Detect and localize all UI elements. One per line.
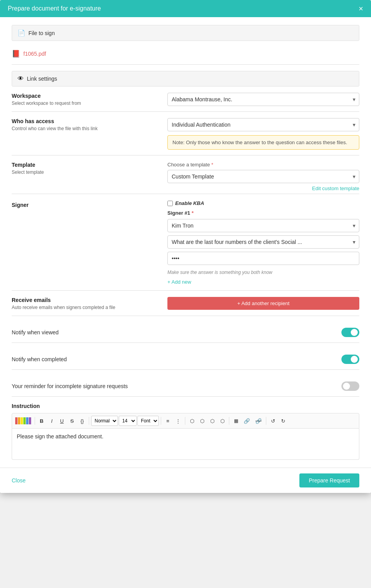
notify-completed-row: Notify when completed bbox=[12, 349, 359, 369]
redo-button[interactable]: ↻ bbox=[278, 417, 288, 426]
kba-checkbox[interactable] bbox=[167, 201, 173, 206]
file-section-label: File to sign bbox=[28, 30, 55, 36]
template-required-star: * bbox=[211, 162, 213, 168]
file-name: f1065.pdf bbox=[23, 51, 46, 57]
color-blue bbox=[26, 417, 28, 424]
toolbar-sep-6 bbox=[266, 417, 266, 425]
color-orange bbox=[18, 417, 20, 424]
signer-number-label: Signer #1 * bbox=[167, 210, 359, 216]
reminder-label: Your reminder for incomplete signature r… bbox=[12, 383, 128, 389]
signer-name-select[interactable]: Kim Tron bbox=[167, 219, 359, 232]
notify-viewed-row: Notify when viewed bbox=[12, 322, 359, 343]
link-settings-label: Link settings bbox=[27, 76, 57, 82]
template-select[interactable]: Custom Template bbox=[167, 170, 359, 183]
link-settings-header: 👁 Link settings bbox=[12, 71, 359, 87]
instruction-toolbar: B I U S {} Normal 14 Font ≡ ⋮ ⬡ bbox=[12, 413, 359, 429]
toolbar-sep-1 bbox=[35, 417, 35, 425]
toolbar-sep-3 bbox=[161, 417, 161, 425]
reminder-row: Your reminder for incomplete signature r… bbox=[12, 376, 359, 396]
ordered-list-button[interactable]: ⋮ bbox=[173, 417, 183, 426]
receive-emails-label: Receive emails bbox=[12, 297, 160, 303]
align-center-button[interactable]: ⬡ bbox=[197, 417, 207, 426]
bold-button[interactable]: B bbox=[37, 417, 46, 426]
color-red bbox=[15, 417, 18, 424]
signer-section: Signer Enable KBA Signer #1 * Kim Tron bbox=[12, 200, 359, 285]
workspace-label: Workspace bbox=[12, 93, 160, 99]
italic-button[interactable]: I bbox=[47, 417, 56, 426]
close-icon[interactable]: × bbox=[359, 5, 363, 12]
workspace-select[interactable]: Alabama Montrause, Inc. bbox=[167, 93, 359, 106]
kba-row: Enable KBA bbox=[167, 200, 359, 206]
who-has-access-select[interactable]: Individual Authentication bbox=[167, 118, 359, 131]
underline-button[interactable]: U bbox=[57, 417, 67, 426]
notify-completed-label: Notify when completed bbox=[12, 356, 67, 362]
color-picker[interactable] bbox=[15, 417, 31, 424]
signer-row: Signer Enable KBA Signer #1 * Kim Tron bbox=[12, 200, 359, 285]
instruction-section: Instruction B I U S {} bbox=[12, 403, 359, 460]
modal-header: Prepare document for e-signature × bbox=[0, 0, 371, 17]
edit-custom-template-link[interactable]: Edit custom template bbox=[167, 185, 359, 191]
link-button[interactable]: 🔗 bbox=[241, 417, 252, 426]
signer-answer-input[interactable] bbox=[167, 252, 359, 265]
toolbar-sep-4 bbox=[185, 417, 185, 425]
signer-required-star: * bbox=[192, 210, 193, 216]
template-row: Template Select template Choose a templa… bbox=[12, 162, 359, 191]
notify-completed-slider bbox=[341, 355, 359, 364]
file-section-header: 📄 File to sign bbox=[12, 25, 359, 41]
modal-title: Prepare document for e-signature bbox=[8, 5, 101, 12]
who-has-access-select-wrapper[interactable]: Individual Authentication bbox=[167, 118, 359, 131]
font-select[interactable]: Font bbox=[137, 416, 159, 426]
font-size-select[interactable]: 14 bbox=[119, 416, 137, 426]
file-item: 📕 f1065.pdf bbox=[12, 47, 359, 64]
prepare-request-button[interactable]: Prepare Request bbox=[299, 473, 359, 487]
color-purple bbox=[29, 417, 31, 424]
eye-icon: 👁 bbox=[18, 75, 24, 82]
notify-viewed-label: Notify when viewed bbox=[12, 329, 59, 335]
table-button[interactable]: ▦ bbox=[231, 417, 241, 425]
notify-completed-toggle[interactable] bbox=[341, 355, 359, 364]
signer-name-select-wrapper[interactable]: Kim Tron bbox=[167, 219, 359, 232]
add-recipient-button[interactable]: + Add another recipient bbox=[167, 297, 359, 310]
signer-hint: Make sure the answer is something you bo… bbox=[167, 270, 359, 275]
instruction-content: Please sign the attached document. bbox=[17, 433, 104, 440]
signer-question-select[interactable]: What are the last four numbers of the cl… bbox=[167, 235, 359, 249]
access-note: Note: Only those who know the answer to … bbox=[167, 135, 359, 150]
align-right-button[interactable]: ⬡ bbox=[207, 417, 217, 426]
receive-emails-row: Receive emails Auto receive emails when … bbox=[12, 297, 359, 310]
undo-button[interactable]: ↺ bbox=[268, 417, 278, 426]
unlink-button[interactable]: 🔗 bbox=[253, 417, 264, 426]
template-select-wrapper[interactable]: Custom Template bbox=[167, 170, 359, 183]
format-select[interactable]: Normal bbox=[91, 416, 118, 426]
template-label: Template bbox=[12, 162, 160, 168]
instruction-title: Instruction bbox=[12, 403, 359, 409]
instruction-editor[interactable]: Please sign the attached document. bbox=[12, 429, 359, 460]
reminder-slider bbox=[341, 381, 359, 391]
note-text: Note: Only those who know the answer to … bbox=[172, 139, 347, 145]
receive-emails-sub-label: Auto receive emails when signers complet… bbox=[12, 305, 160, 310]
unordered-list-button[interactable]: ≡ bbox=[163, 417, 172, 426]
notify-viewed-toggle[interactable] bbox=[341, 328, 359, 337]
code-button[interactable]: {} bbox=[77, 417, 87, 426]
who-has-access-label: Who has access bbox=[12, 118, 160, 124]
file-icon: 📄 bbox=[18, 29, 25, 37]
add-new-signer-link[interactable]: + Add new bbox=[167, 279, 191, 285]
template-sub-label: Select template bbox=[12, 170, 160, 175]
modal-footer: Close Prepare Request bbox=[0, 468, 371, 493]
notify-viewed-slider bbox=[341, 328, 359, 337]
who-has-access-sub-label: Control who can view the file with this … bbox=[12, 126, 160, 131]
workspace-select-wrapper[interactable]: Alabama Montrause, Inc. bbox=[167, 93, 359, 106]
strikethrough-button[interactable]: S bbox=[67, 417, 77, 426]
reminder-toggle[interactable] bbox=[341, 381, 359, 391]
workspace-row: Workspace Select workspace to request fr… bbox=[12, 93, 359, 106]
close-button[interactable]: Close bbox=[12, 477, 26, 484]
choose-template-label: Choose a template * bbox=[167, 162, 359, 168]
toolbar-sep-2 bbox=[89, 417, 89, 425]
color-yellow bbox=[21, 417, 23, 424]
workspace-sub-label: Select workspace to request from bbox=[12, 101, 160, 106]
kba-label: Enable KBA bbox=[175, 200, 204, 206]
color-green bbox=[23, 417, 26, 424]
signer-question-select-wrapper[interactable]: What are the last four numbers of the cl… bbox=[167, 235, 359, 249]
signer-label: Signer bbox=[12, 202, 29, 208]
justify-button[interactable]: ⬡ bbox=[218, 417, 227, 426]
align-left-button[interactable]: ⬡ bbox=[187, 417, 197, 426]
